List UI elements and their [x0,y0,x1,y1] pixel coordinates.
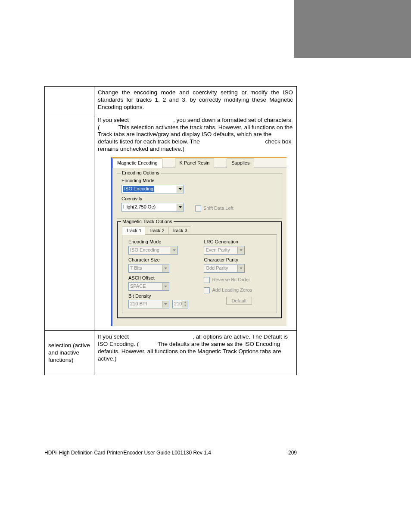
bit-density-spinner: 210 ▲▼ [172,300,188,308]
reverse-bit-order-checkbox: Reverse Bit Order [204,277,250,283]
row2-blank-3: XXXXXXXXXXXXXXXX [202,138,264,145]
page-content: Change the encoding mode and coercivity … [44,86,297,375]
char-parity-select: Odd Parity [204,264,245,273]
row2-paragraph: If you select XXXXXXXXXXX, you send down… [98,117,293,153]
track-right-column: LRC Generation Even Parity Character Par… [204,239,252,308]
coercivity-field: Coercivity High(2,750 Oe) [121,196,184,212]
checkbox-box-icon [204,277,210,283]
coercivity-label: Coercivity [121,196,184,202]
char-parity-label: Character Parity [204,257,252,263]
row1-text: Change the encoding mode and coercivity … [98,89,293,110]
page-number: 209 [288,450,297,456]
add-leading-zeros-label: Add Leading Zeros [212,287,252,293]
magnetic-track-options-group: Magnetic Track Options Track 1 Track 2 T… [117,221,282,319]
dropdown-arrow-icon [162,301,169,308]
row2-blank-2: XXXX [101,124,117,131]
encoding-options-legend: Encoding Options [121,170,161,176]
char-size-value: 7 Bits [130,265,142,271]
encoding-options-group: Encoding Options Encoding Mode ISO Encod… [117,173,282,219]
row1-right-cell: Change the encoding mode and coercivity … [94,87,297,114]
lrc-generation-value: Even Parity [206,247,230,253]
track-1-tab[interactable]: Track 1 [122,227,145,235]
tab-magnetic-label: Magnetic Encoding [117,160,158,165]
encoding-descriptions-table: Change the encoding mode and coercivity … [44,86,297,375]
ascii-offset-value: SPACE [130,283,146,289]
coercivity-select[interactable]: High(2,750 Oe) [121,203,184,212]
tab-k-panel-resin[interactable]: K Panel Resin [175,159,215,168]
dropdown-arrow-icon [237,247,244,254]
bit-density-num: 210 [174,301,182,307]
add-leading-zeros-checkbox: Add Leading Zeros [204,287,252,293]
dropdown-arrow-icon [177,204,184,211]
tab-supplies-label: Supplies [231,160,249,165]
dropdown-arrow-icon [162,265,169,272]
track-subtabs: Track 1 Track 2 Track 3 [122,227,277,235]
reverse-bit-label: Reverse Bit Order [212,277,250,283]
encoding-mode-label: Encoding Mode [121,178,277,184]
dropdown-arrow-icon [177,186,184,193]
track-subpane: Encoding Mode ISO Encoding Character Siz… [122,234,277,313]
row1-left-cell [45,87,94,114]
dialog-top-tabs: Magnetic Encoding K Panel Resin Supplies [112,158,286,168]
spinner-down-icon: ▼ [182,304,188,308]
row2-blank-1: XXXXXXXXXXX [131,117,173,123]
row3-left-cell: selection (active and inactive functions… [45,331,94,375]
spinner-up-icon: ▲ [182,301,188,304]
track-2-tab[interactable]: Track 2 [145,227,168,235]
coercivity-value: High(2,750 Oe) [123,204,156,210]
row2-right-cell: If you select XXXXXXXXXXX, you send down… [94,114,297,331]
track-2-label: Track 2 [149,228,164,233]
dropdown-arrow-icon [171,247,177,254]
shift-data-left-checkbox: Shift Data Left [195,205,234,212]
row3-blank-1: XXXXXXXXXXXXXXXX [131,333,193,340]
dropdown-arrow-icon [237,265,244,272]
row3-text-a: If you select [98,333,129,340]
track-3-label: Track 3 [172,228,187,233]
char-size-label: Character Size [128,257,188,263]
bit-density-select: 210 BPI [128,300,169,308]
track-1-label: Track 1 [126,228,141,233]
encoding-mode-select[interactable]: ISO Encoding [121,185,184,193]
track-encoding-mode-value: ISO Encoding [130,247,159,253]
bit-density-label: Bit Density [128,293,188,299]
magnetic-track-legend: Magnetic Track Options [121,219,174,225]
top-gray-bar [294,0,411,58]
checkbox-box-icon [195,205,201,212]
ascii-offset-label: ASCII Offset [128,275,188,281]
tab-supplies[interactable]: Supplies [227,159,254,168]
dialog-pane: Encoding Options Encoding Mode ISO Encod… [112,168,286,326]
track-encoding-mode-select: ISO Encoding [128,246,178,255]
checkbox-box-icon [204,287,210,293]
track-left-column: Encoding Mode ISO Encoding Character Siz… [128,239,188,308]
footer-left-text: HDPii High Definition Card Printer/Encod… [44,450,211,456]
lrc-generation-label: LRC Generation [204,239,252,245]
dropdown-arrow-icon [162,283,169,290]
page-footer: HDPii High Definition Card Printer/Encod… [44,450,297,456]
char-size-select: 7 Bits [128,264,169,273]
encoding-mode-value: ISO Encoding [123,186,154,192]
row2-left-cell [45,114,94,331]
tab-magnetic-encoding[interactable]: Magnetic Encoding [112,159,162,168]
track-encoding-mode-label: Encoding Mode [128,239,188,245]
row2-text-a: If you select [98,117,129,123]
tab-kpanel-label: K Panel Resin [180,160,210,165]
row3-right-cell: If you select XXXXXXXXXXXXXXXX, all opti… [94,331,297,375]
row3-blank-2: XXXX [140,341,156,347]
track-3-tab[interactable]: Track 3 [168,227,191,235]
default-button-label: Default [232,298,247,303]
default-button[interactable]: Default [226,297,252,305]
spinner-buttons: ▲▼ [182,301,188,308]
ascii-offset-select: SPACE [128,282,169,291]
magnetic-encoding-dialog: Magnetic Encoding K Panel Resin Supplies… [111,157,286,326]
row2-text-c: This selection activates the track tabs.… [98,124,293,145]
encoding-mode-field: Encoding Mode ISO Encoding [121,178,277,193]
char-parity-value: Odd Parity [206,265,228,271]
shift-data-left-label: Shift Data Left [203,205,234,212]
lrc-generation-select: Even Parity [204,246,245,255]
row3-left-text: selection (active and inactive functions… [48,342,90,363]
bit-density-value: 210 BPI [130,301,147,307]
